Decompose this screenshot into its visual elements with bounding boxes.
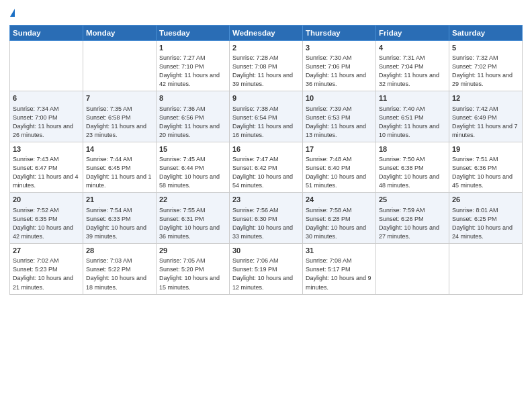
day-number: 21	[86, 195, 153, 205]
calendar-cell	[10, 40, 83, 91]
day-number: 15	[159, 144, 226, 154]
col-header-saturday: Saturday	[449, 25, 523, 40]
day-info: Sunrise: 7:32 AM Sunset: 7:02 PM Dayligh…	[452, 54, 519, 89]
calendar-cell: 8Sunrise: 7:36 AM Sunset: 6:56 PM Daylig…	[157, 91, 230, 142]
day-number: 24	[306, 195, 373, 205]
day-number: 14	[86, 144, 153, 154]
page-header	[9, 7, 523, 19]
calendar-cell: 11Sunrise: 7:40 AM Sunset: 6:51 PM Dayli…	[376, 91, 449, 142]
day-info: Sunrise: 7:48 AM Sunset: 6:40 PM Dayligh…	[306, 155, 373, 190]
calendar-cell: 19Sunrise: 7:51 AM Sunset: 6:36 PM Dayli…	[449, 142, 523, 193]
day-info: Sunrise: 7:31 AM Sunset: 7:04 PM Dayligh…	[379, 54, 446, 89]
calendar-cell: 21Sunrise: 7:54 AM Sunset: 6:33 PM Dayli…	[83, 193, 157, 244]
day-info: Sunrise: 7:03 AM Sunset: 5:22 PM Dayligh…	[86, 257, 153, 291]
day-info: Sunrise: 7:05 AM Sunset: 5:20 PM Dayligh…	[159, 257, 226, 291]
day-number: 26	[452, 195, 519, 205]
calendar-cell: 27Sunrise: 7:02 AM Sunset: 5:23 PM Dayli…	[10, 244, 83, 295]
day-info: Sunrise: 7:52 AM Sunset: 6:35 PM Dayligh…	[13, 206, 80, 241]
day-number: 9	[232, 93, 300, 103]
day-info: Sunrise: 7:36 AM Sunset: 6:56 PM Dayligh…	[159, 105, 226, 140]
day-number: 20	[13, 195, 80, 205]
day-info: Sunrise: 7:34 AM Sunset: 7:00 PM Dayligh…	[13, 105, 80, 140]
col-header-sunday: Sunday	[10, 25, 83, 40]
calendar-cell	[449, 244, 523, 295]
calendar-cell: 10Sunrise: 7:39 AM Sunset: 6:53 PM Dayli…	[303, 91, 376, 142]
calendar-cell: 26Sunrise: 8:01 AM Sunset: 6:25 PM Dayli…	[449, 193, 523, 244]
day-info: Sunrise: 7:45 AM Sunset: 6:44 PM Dayligh…	[159, 155, 226, 190]
day-info: Sunrise: 7:08 AM Sunset: 5:17 PM Dayligh…	[306, 257, 373, 291]
calendar-cell: 14Sunrise: 7:44 AM Sunset: 6:45 PM Dayli…	[83, 142, 157, 193]
col-header-friday: Friday	[376, 25, 449, 40]
day-number: 16	[232, 144, 300, 154]
day-info: Sunrise: 7:50 AM Sunset: 6:38 PM Dayligh…	[379, 155, 446, 190]
calendar-cell: 24Sunrise: 7:58 AM Sunset: 6:28 PM Dayli…	[303, 193, 376, 244]
day-number: 30	[232, 246, 300, 256]
day-number: 23	[232, 195, 300, 205]
day-number: 6	[13, 93, 80, 103]
calendar-cell: 30Sunrise: 7:06 AM Sunset: 5:19 PM Dayli…	[230, 244, 303, 295]
calendar-cell: 16Sunrise: 7:47 AM Sunset: 6:42 PM Dayli…	[230, 142, 303, 193]
day-number: 10	[306, 93, 373, 103]
calendar-cell: 2Sunrise: 7:28 AM Sunset: 7:08 PM Daylig…	[230, 40, 303, 91]
day-info: Sunrise: 7:54 AM Sunset: 6:33 PM Dayligh…	[86, 206, 153, 241]
day-info: Sunrise: 7:44 AM Sunset: 6:45 PM Dayligh…	[86, 155, 153, 190]
day-number: 3	[306, 43, 373, 53]
day-number: 25	[379, 195, 446, 205]
day-info: Sunrise: 7:27 AM Sunset: 7:10 PM Dayligh…	[159, 54, 226, 89]
day-info: Sunrise: 7:06 AM Sunset: 5:19 PM Dayligh…	[232, 257, 300, 291]
calendar-cell: 25Sunrise: 7:59 AM Sunset: 6:26 PM Dayli…	[376, 193, 449, 244]
day-number: 7	[86, 93, 153, 103]
calendar-cell	[376, 244, 449, 295]
calendar-cell: 12Sunrise: 7:42 AM Sunset: 6:49 PM Dayli…	[449, 91, 523, 142]
day-number: 2	[232, 43, 300, 53]
page-container: SundayMondayTuesdayWednesdayThursdayFrid…	[0, 0, 532, 300]
day-number: 28	[86, 246, 153, 256]
calendar-cell: 31Sunrise: 7:08 AM Sunset: 5:17 PM Dayli…	[303, 244, 376, 295]
day-number: 1	[159, 43, 226, 53]
week-row-3: 13Sunrise: 7:43 AM Sunset: 6:47 PM Dayli…	[10, 142, 523, 193]
calendar-table: SundayMondayTuesdayWednesdayThursdayFrid…	[9, 25, 523, 295]
calendar-cell	[83, 40, 157, 91]
col-header-thursday: Thursday	[303, 25, 376, 40]
week-row-5: 27Sunrise: 7:02 AM Sunset: 5:23 PM Dayli…	[10, 244, 523, 295]
calendar-cell: 9Sunrise: 7:38 AM Sunset: 6:54 PM Daylig…	[230, 91, 303, 142]
header-row: SundayMondayTuesdayWednesdayThursdayFrid…	[10, 25, 523, 40]
calendar-cell: 23Sunrise: 7:56 AM Sunset: 6:30 PM Dayli…	[230, 193, 303, 244]
day-number: 8	[159, 93, 226, 103]
day-info: Sunrise: 7:59 AM Sunset: 6:26 PM Dayligh…	[379, 206, 446, 241]
calendar-cell: 28Sunrise: 7:03 AM Sunset: 5:22 PM Dayli…	[83, 244, 157, 295]
calendar-cell: 4Sunrise: 7:31 AM Sunset: 7:04 PM Daylig…	[376, 40, 449, 91]
calendar-cell: 7Sunrise: 7:35 AM Sunset: 6:58 PM Daylig…	[83, 91, 157, 142]
col-header-wednesday: Wednesday	[230, 25, 303, 40]
day-info: Sunrise: 7:55 AM Sunset: 6:31 PM Dayligh…	[159, 206, 226, 241]
day-info: Sunrise: 7:39 AM Sunset: 6:53 PM Dayligh…	[306, 105, 373, 140]
calendar-cell: 15Sunrise: 7:45 AM Sunset: 6:44 PM Dayli…	[157, 142, 230, 193]
day-info: Sunrise: 7:02 AM Sunset: 5:23 PM Dayligh…	[13, 257, 80, 291]
day-number: 19	[452, 144, 519, 154]
day-info: Sunrise: 7:56 AM Sunset: 6:30 PM Dayligh…	[232, 206, 300, 241]
calendar-cell: 3Sunrise: 7:30 AM Sunset: 7:06 PM Daylig…	[303, 40, 376, 91]
col-header-tuesday: Tuesday	[157, 25, 230, 40]
day-info: Sunrise: 7:47 AM Sunset: 6:42 PM Dayligh…	[232, 155, 300, 190]
day-number: 18	[379, 144, 446, 154]
day-info: Sunrise: 7:35 AM Sunset: 6:58 PM Dayligh…	[86, 105, 153, 140]
day-info: Sunrise: 7:51 AM Sunset: 6:36 PM Dayligh…	[452, 155, 519, 190]
day-number: 13	[13, 144, 80, 154]
day-number: 27	[13, 246, 80, 256]
day-number: 31	[306, 246, 373, 256]
day-number: 17	[306, 144, 373, 154]
calendar-cell: 1Sunrise: 7:27 AM Sunset: 7:10 PM Daylig…	[157, 40, 230, 91]
day-number: 22	[159, 195, 226, 205]
calendar-cell: 17Sunrise: 7:48 AM Sunset: 6:40 PM Dayli…	[303, 142, 376, 193]
day-info: Sunrise: 8:01 AM Sunset: 6:25 PM Dayligh…	[452, 206, 519, 241]
week-row-2: 6Sunrise: 7:34 AM Sunset: 7:00 PM Daylig…	[10, 91, 523, 142]
day-info: Sunrise: 7:43 AM Sunset: 6:47 PM Dayligh…	[13, 155, 80, 190]
day-info: Sunrise: 7:38 AM Sunset: 6:54 PM Dayligh…	[232, 105, 300, 140]
col-header-monday: Monday	[83, 25, 157, 40]
day-number: 4	[379, 43, 446, 53]
day-info: Sunrise: 7:58 AM Sunset: 6:28 PM Dayligh…	[306, 206, 373, 241]
day-number: 29	[159, 246, 226, 256]
day-number: 12	[452, 93, 519, 103]
day-info: Sunrise: 7:28 AM Sunset: 7:08 PM Dayligh…	[232, 54, 300, 89]
calendar-cell: 6Sunrise: 7:34 AM Sunset: 7:00 PM Daylig…	[10, 91, 83, 142]
